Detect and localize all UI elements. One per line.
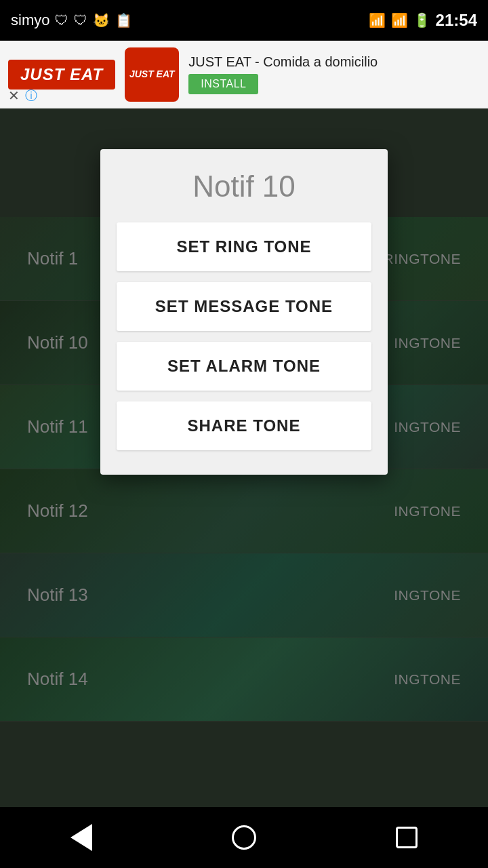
signal-icon: 📶 — [391, 12, 408, 28]
recent-button[interactable] — [380, 817, 434, 858]
ad-install-button[interactable]: INSTALL — [188, 74, 258, 94]
ad-text: JUST EAT - Comida a domicilio INSTALL — [188, 54, 480, 94]
ad-close-area: ✕ ⓘ — [8, 87, 37, 104]
home-icon — [232, 825, 256, 850]
set-alarm-tone-button[interactable]: SET ALARM TONE — [117, 342, 371, 391]
ad-logo-box: JUST EAT — [125, 47, 179, 102]
ad-close-icon[interactable]: ✕ — [8, 87, 20, 104]
status-right: 📶 📶 🔋 21:54 — [369, 11, 477, 30]
status-bar: simyo 🛡 🛡 🐱 📋 📶 📶 🔋 21:54 — [0, 0, 488, 41]
ad-title: JUST EAT - Comida a domicilio — [188, 54, 480, 70]
clock: 21:54 — [436, 11, 477, 30]
set-ring-tone-button[interactable]: SET RING TONE — [117, 222, 371, 271]
wifi-icon: 📶 — [369, 12, 386, 28]
set-message-tone-button[interactable]: SET MESSAGE TONE — [117, 282, 371, 331]
ad-banner: JUST EAT JUST EAT JUST EAT - Comida a do… — [0, 41, 488, 108]
recent-icon — [396, 827, 418, 848]
dialog-title: Notif 10 — [192, 170, 296, 203]
share-tone-button[interactable]: SHARE TONE — [117, 401, 371, 450]
ad-info-icon[interactable]: ⓘ — [25, 87, 37, 104]
battery-icon: 🔋 — [413, 12, 430, 28]
carrier-name: simyo — [11, 12, 49, 29]
privacy-icon-2: 🛡 — [74, 13, 87, 28]
tone-dialog: Notif 10 SET RING TONE SET MESSAGE TONE … — [100, 149, 388, 475]
clipboard-icon: 📋 — [115, 12, 132, 28]
back-icon — [70, 824, 92, 851]
navigation-bar — [0, 807, 488, 868]
cat-icon: 🐱 — [93, 12, 110, 28]
back-button[interactable] — [54, 817, 108, 858]
home-button[interactable] — [217, 817, 271, 858]
privacy-icon-1: 🛡 — [55, 13, 68, 28]
ad-logo-text: JUST EAT — [8, 60, 115, 90]
carrier-info: simyo 🛡 🛡 🐱 📋 — [11, 12, 132, 29]
